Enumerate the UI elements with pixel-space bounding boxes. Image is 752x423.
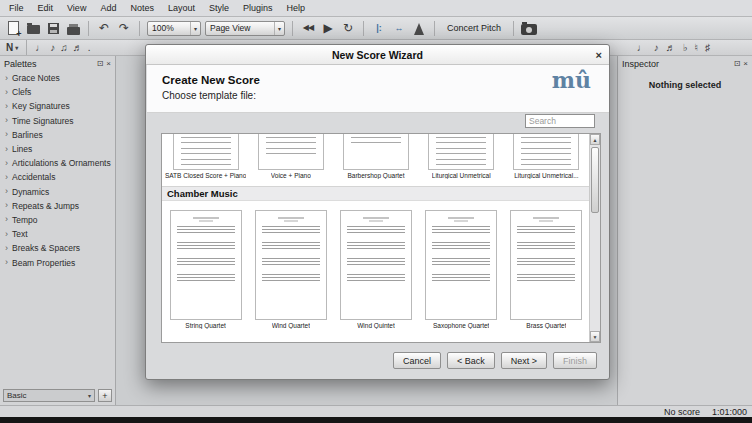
palette-item-label: Barlines: [12, 130, 43, 140]
main-toolbar: ↶ ↷ 100% ▾ Page View ▾ ◀◀ ▶ ↻ |: ↔ Conce…: [0, 17, 752, 40]
cancel-button[interactable]: Cancel: [393, 352, 441, 369]
loop-playback-button[interactable]: ↻: [340, 19, 356, 37]
palettes-header: Palettes ⊡ ×: [0, 56, 115, 71]
palette-item-dynamics[interactable]: ›Dynamics: [0, 185, 115, 199]
play-repeats-button[interactable]: |:: [371, 19, 387, 37]
vertical-scrollbar[interactable]: ▲ ▼: [589, 134, 600, 342]
eighth-note-button[interactable]: ♪: [50, 43, 55, 53]
palette-item-text[interactable]: ›Text: [0, 227, 115, 241]
palette-item-articulations[interactable]: ›Articulations & Ornaments: [0, 156, 115, 170]
play-button[interactable]: ▶: [320, 19, 336, 37]
sharp-button[interactable]: ♯: [705, 43, 710, 53]
template-thumbnail: [170, 210, 242, 320]
template-card-liturgical-long[interactable]: Liturgical Unmetrical...: [504, 134, 589, 179]
quarter-note-button[interactable]: ♩: [35, 43, 45, 53]
menu-edit[interactable]: Edit: [31, 0, 61, 16]
pan-score-button[interactable]: ↔: [391, 19, 407, 37]
template-label: Wind Quartet: [272, 322, 310, 329]
status-bar: No score 1:01:000: [0, 405, 752, 417]
template-thumbnail: [425, 210, 497, 320]
palette-item-accidentals[interactable]: ›Accidentals: [0, 170, 115, 184]
template-card-wind-quartet[interactable]: Wind Quartet: [248, 206, 333, 329]
image-capture-button[interactable]: [521, 19, 537, 37]
next-button[interactable]: Next >: [501, 352, 547, 369]
template-card-liturgical[interactable]: Liturgical Unmetrical: [419, 134, 504, 179]
note-button[interactable]: ♩: [637, 43, 647, 53]
flat-button[interactable]: ♭: [683, 43, 688, 53]
metronome-button[interactable]: [411, 19, 427, 37]
note-input-toolbar-right: ♩ ♪ ♬ ♭ ♮ ♯: [637, 40, 710, 55]
palette-item-lines[interactable]: ›Lines: [0, 142, 115, 156]
palette-item-repeats-jumps[interactable]: ›Repeats & Jumps: [0, 199, 115, 213]
natural-button[interactable]: ♮: [694, 43, 698, 53]
menu-layout[interactable]: Layout: [161, 0, 202, 16]
thirtysecond-note-button[interactable]: ♬: [73, 43, 83, 53]
note-button[interactable]: ♪: [654, 43, 659, 53]
template-card-wind-quintet[interactable]: Wind Quintet: [333, 206, 418, 329]
menu-view[interactable]: View: [60, 0, 93, 16]
window-bottom-edge: [0, 417, 752, 423]
palette-item-label: Dynamics: [12, 187, 49, 197]
view-mode-combobox[interactable]: Page View ▾: [205, 21, 285, 36]
add-workspace-button[interactable]: +: [98, 389, 112, 402]
open-file-button[interactable]: [25, 19, 41, 37]
sixteenth-note-button[interactable]: ♫: [60, 43, 68, 53]
template-card-barbershop[interactable]: Barbershop Quartet: [333, 134, 418, 179]
template-label: Liturgical Unmetrical: [432, 172, 491, 179]
float-panel-icon[interactable]: ⊡: [97, 59, 104, 68]
augmentation-dot-button[interactable]: .: [88, 43, 91, 53]
workspace-combobox[interactable]: Basic ▾: [3, 389, 95, 402]
scroll-down-icon[interactable]: ▼: [590, 331, 600, 342]
chevron-right-icon: ›: [5, 215, 8, 224]
wizard-header-band: Create New Score Choose template file: m…: [147, 65, 609, 113]
close-panel-icon[interactable]: ×: [106, 59, 111, 68]
palette-item-barlines[interactable]: ›Barlines: [0, 128, 115, 142]
dialog-title: New Score Wizard: [332, 49, 423, 61]
menu-file[interactable]: File: [2, 0, 31, 16]
palette-item-beam-properties[interactable]: ›Beam Properties: [0, 255, 115, 269]
menu-help[interactable]: Help: [280, 0, 313, 16]
note-button[interactable]: ♬: [666, 43, 676, 53]
template-card-satb-piano[interactable]: SATB Closed Score + Piano: [163, 134, 248, 179]
chevron-right-icon: ›: [5, 145, 8, 154]
note-input-button[interactable]: N ▾: [6, 42, 18, 53]
concert-pitch-button[interactable]: Concert Pitch: [442, 23, 506, 33]
undo-button[interactable]: ↶: [96, 19, 112, 37]
dialog-titlebar[interactable]: New Score Wizard ×: [146, 45, 609, 65]
new-score-button[interactable]: [5, 19, 21, 37]
palette-item-key-signatures[interactable]: ›Key Signatures: [0, 99, 115, 113]
rewind-button[interactable]: ◀◀: [300, 19, 316, 37]
scroll-up-icon[interactable]: ▲: [590, 134, 600, 145]
close-panel-icon[interactable]: ×: [743, 59, 748, 68]
palette-item-tempo[interactable]: ›Tempo: [0, 213, 115, 227]
palette-item-time-signatures[interactable]: ›Time Signatures: [0, 114, 115, 128]
zoom-combobox[interactable]: 100% ▾: [147, 21, 201, 36]
template-card-saxophone-quartet[interactable]: Saxophone Quartet: [419, 206, 504, 329]
template-label: String Quartet: [185, 322, 225, 329]
template-thumbnail: [510, 210, 582, 320]
scrollbar-thumb[interactable]: [591, 147, 599, 213]
template-label: Wind Quintet: [357, 322, 395, 329]
menu-style[interactable]: Style: [202, 0, 236, 16]
chevron-right-icon: ›: [5, 244, 8, 253]
template-list-area: SATB Closed Score + Piano Voice + Piano …: [161, 133, 601, 343]
menu-notes[interactable]: Notes: [123, 0, 161, 16]
palette-item-grace-notes[interactable]: ›Grace Notes: [0, 71, 115, 85]
float-panel-icon[interactable]: ⊡: [734, 59, 741, 68]
palette-item-clefs[interactable]: ›Clefs: [0, 85, 115, 99]
menu-add[interactable]: Add: [93, 0, 123, 16]
close-icon[interactable]: ×: [596, 45, 602, 64]
chevron-right-icon: ›: [5, 258, 8, 267]
print-button[interactable]: [65, 19, 81, 37]
template-card-string-quartet[interactable]: String Quartet: [163, 206, 248, 329]
template-card-brass-quartet[interactable]: Brass Quartet: [504, 206, 589, 329]
redo-button[interactable]: ↷: [116, 19, 132, 37]
template-card-voice-piano[interactable]: Voice + Piano: [248, 134, 333, 179]
palette-item-label: Key Signatures: [12, 101, 70, 111]
save-button[interactable]: [45, 19, 61, 37]
menu-plugins[interactable]: Plugins: [236, 0, 280, 16]
back-button[interactable]: < Back: [447, 352, 495, 369]
template-search-input[interactable]: [525, 114, 595, 128]
palette-item-breaks-spacers[interactable]: ›Breaks & Spacers: [0, 241, 115, 255]
finish-button[interactable]: Finish: [553, 352, 597, 369]
